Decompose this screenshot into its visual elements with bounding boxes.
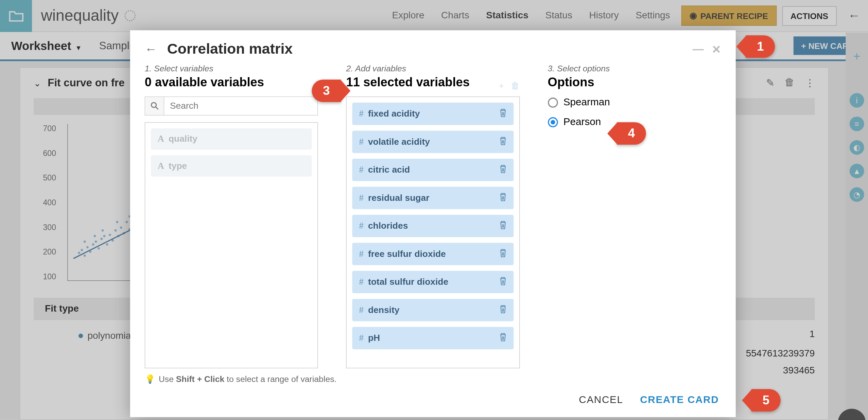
modal-back-icon[interactable]: ←: [145, 42, 157, 56]
remove-variable-icon[interactable]: [499, 164, 507, 175]
create-card-button[interactable]: CREATE CARD: [640, 394, 719, 406]
variable-label: free sulfur dioxide: [368, 249, 446, 259]
remove-variable-icon[interactable]: [499, 304, 507, 316]
remove-variable-icon[interactable]: [499, 248, 507, 260]
remove-variable-icon[interactable]: [499, 332, 507, 344]
remove-variable-icon[interactable]: [499, 136, 507, 147]
selected-variables-list: #fixed acidity#volatile acidity#citric a…: [346, 97, 520, 368]
selected-variable-item[interactable]: #chlorides: [352, 215, 514, 237]
number-type-icon: #: [359, 305, 364, 315]
modal-close-icon[interactable]: ✕: [712, 42, 721, 56]
selected-variable-item[interactable]: #citric acid: [352, 159, 514, 181]
selected-variable-item[interactable]: #pH: [352, 327, 514, 349]
variable-label: density: [368, 305, 399, 315]
remove-variable-icon[interactable]: [499, 192, 507, 204]
number-type-icon: #: [359, 249, 364, 259]
number-type-icon: #: [359, 221, 364, 231]
callout-3: 3: [312, 80, 341, 102]
variable-label: residual sugar: [368, 193, 429, 203]
available-variable-item[interactable]: Atype: [151, 155, 312, 177]
selected-variable-item[interactable]: #residual sugar: [352, 187, 514, 209]
available-variables-list: AqualityAtype: [145, 122, 318, 368]
available-variable-item[interactable]: Aquality: [151, 128, 312, 150]
cancel-button[interactable]: CANCEL: [579, 394, 623, 406]
modal-minimize-icon[interactable]: —: [693, 42, 704, 55]
selected-variables-heading: 11 selected variables: [346, 75, 470, 90]
remove-all-icon[interactable]: 🗑: [511, 81, 520, 91]
selected-variable-item[interactable]: #free sulfur dioxide: [352, 243, 514, 265]
variable-label: pH: [368, 333, 380, 343]
selected-variable-item[interactable]: #density: [352, 299, 514, 321]
available-variables-heading: 0 available variables: [145, 75, 318, 90]
number-type-icon: #: [359, 193, 364, 203]
selected-variable-item[interactable]: #fixed acidity: [352, 103, 514, 125]
number-type-icon: #: [359, 109, 364, 119]
number-type-icon: #: [359, 277, 364, 287]
correlation-matrix-modal: ← Correlation matrix — ✕ 1. Select varia…: [130, 30, 736, 417]
variable-label: fixed acidity: [368, 109, 420, 119]
remove-variable-icon[interactable]: [499, 276, 507, 287]
tip-text: 💡Use Shift + Click to select a range of …: [130, 368, 736, 384]
step-3-label: 3. Select options: [548, 63, 721, 73]
number-type-icon: #: [359, 137, 364, 147]
search-icon: [145, 97, 164, 115]
svg-line-34: [155, 107, 158, 109]
option-label: Pearson: [563, 116, 601, 128]
variable-label: total sulfur dioxide: [368, 277, 448, 287]
radio-icon: [548, 97, 558, 107]
number-type-icon: #: [359, 333, 364, 343]
variable-label: type: [169, 161, 187, 171]
variable-label: quality: [169, 134, 197, 144]
option-spearman[interactable]: Spearman: [548, 97, 721, 108]
step-2-label: 2. Add variables: [346, 63, 520, 73]
selected-variable-item[interactable]: #volatile acidity: [352, 130, 514, 153]
selected-variable-item[interactable]: #total sulfur dioxide: [352, 271, 514, 293]
svg-point-33: [151, 103, 156, 107]
search-input[interactable]: [164, 97, 317, 115]
number-type-icon: #: [359, 165, 364, 175]
callout-1: 1: [746, 35, 775, 58]
text-type-icon: A: [158, 134, 164, 144]
add-all-icon[interactable]: +: [499, 81, 504, 91]
variable-label: chlorides: [368, 221, 408, 231]
option-label: Spearman: [563, 97, 610, 108]
radio-icon: [548, 117, 558, 127]
options-heading: Options: [548, 75, 721, 90]
lightbulb-icon: 💡: [145, 374, 155, 384]
variable-label: volatile acidity: [368, 137, 430, 147]
remove-variable-icon[interactable]: [499, 220, 507, 231]
modal-title: Correlation matrix: [167, 40, 293, 58]
remove-variable-icon[interactable]: [499, 108, 507, 119]
callout-5: 5: [751, 389, 781, 412]
text-type-icon: A: [158, 161, 164, 171]
callout-4: 4: [617, 122, 646, 145]
variable-label: citric acid: [368, 165, 410, 175]
step-1-label: 1. Select variables: [145, 63, 318, 73]
